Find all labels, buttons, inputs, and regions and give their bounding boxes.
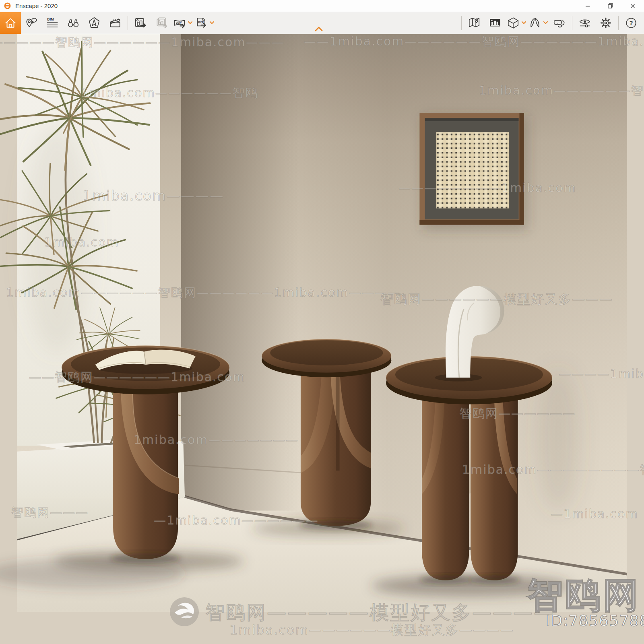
- video-editor-button[interactable]: [105, 12, 126, 34]
- standalone-export-button[interactable]: EXE: [194, 12, 215, 34]
- render-image-icon: [488, 16, 502, 30]
- toolbar-collapse-chevron-icon[interactable]: [314, 26, 324, 33]
- close-button[interactable]: [621, 0, 644, 12]
- visual-settings-button[interactable]: [574, 12, 595, 34]
- enscape-logo-icon: [4, 2, 11, 10]
- artwork-weave: [436, 132, 509, 208]
- toolbar-separator: [618, 16, 619, 30]
- chevron-down-icon[interactable]: [543, 19, 548, 27]
- svg-text:360°: 360°: [176, 21, 182, 25]
- exe-export-icon: EXE: [194, 16, 208, 30]
- svg-text:BIM: BIM: [47, 17, 54, 21]
- minimize-button[interactable]: [576, 0, 599, 12]
- export-image-icon: [134, 16, 147, 30]
- map-icon: [467, 16, 481, 30]
- render-gallery-button[interactable]: [485, 12, 506, 34]
- render-scene[interactable]: [0, 34, 644, 644]
- bim-information-button[interactable]: BIM: [42, 12, 63, 34]
- restore-button[interactable]: [599, 0, 621, 12]
- cube-icon: [506, 16, 520, 30]
- svg-text:EXE: EXE: [198, 21, 204, 24]
- toolbar-separator: [128, 16, 128, 30]
- gear-icon: [599, 16, 613, 30]
- vr-headset-icon: [553, 16, 566, 30]
- panorama-export-button[interactable]: 360°: [172, 12, 194, 34]
- main-toolbar: BIM360°EXE ?: [0, 12, 644, 34]
- export-batch-icon: [155, 16, 168, 30]
- help-button[interactable]: ?: [621, 12, 642, 34]
- cube-view-button[interactable]: [506, 12, 527, 34]
- chevron-down-icon[interactable]: [209, 19, 215, 27]
- view-finder-button[interactable]: [63, 12, 84, 34]
- pin-note-button[interactable]: [21, 12, 42, 34]
- render-viewport[interactable]: [0, 34, 644, 644]
- clapperboard-icon: [108, 16, 122, 30]
- bim-icon: BIM: [45, 16, 59, 30]
- mini-map-button[interactable]: [464, 12, 485, 34]
- enscape-window: Enscape - 2020 BIM360°EXE ?: [0, 0, 644, 644]
- binoculars-icon: [66, 16, 80, 30]
- batch-render-button[interactable]: [151, 12, 172, 34]
- help-icon: ?: [624, 16, 638, 30]
- framed-artwork: [419, 113, 528, 230]
- toolbar-separator: [572, 16, 572, 30]
- svg-text:?: ?: [629, 20, 633, 26]
- fly-mode-button[interactable]: [527, 12, 549, 34]
- home-icon: [4, 16, 17, 30]
- window-title: Enscape - 2020: [15, 2, 58, 9]
- toolbar-separator: [461, 16, 462, 30]
- pano-360-icon: 360°: [173, 16, 186, 30]
- general-settings-button[interactable]: [595, 12, 616, 34]
- screenshot-export-button[interactable]: [130, 12, 151, 34]
- toolbar-left-group: BIM360°EXE: [0, 12, 215, 34]
- title-bar: Enscape - 2020: [0, 0, 644, 12]
- eye-settings-icon: [578, 16, 592, 30]
- wings-icon: [528, 16, 542, 30]
- chevron-down-icon[interactable]: [521, 19, 526, 27]
- chevron-down-icon[interactable]: [188, 19, 193, 27]
- window-controls: [576, 0, 644, 12]
- home-button[interactable]: [0, 12, 21, 34]
- toolbar-right-group: ?: [459, 12, 644, 34]
- compass-icon: [87, 16, 101, 30]
- pin-bubble-icon: [25, 16, 38, 30]
- vr-mode-button[interactable]: [549, 12, 570, 34]
- navigation-button[interactable]: [84, 12, 105, 34]
